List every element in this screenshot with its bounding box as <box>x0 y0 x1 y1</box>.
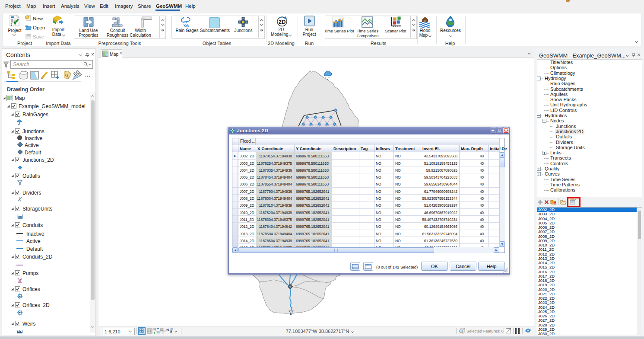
svg-text:2D: 2D <box>279 19 286 25</box>
svg-text:N: N <box>166 328 169 332</box>
